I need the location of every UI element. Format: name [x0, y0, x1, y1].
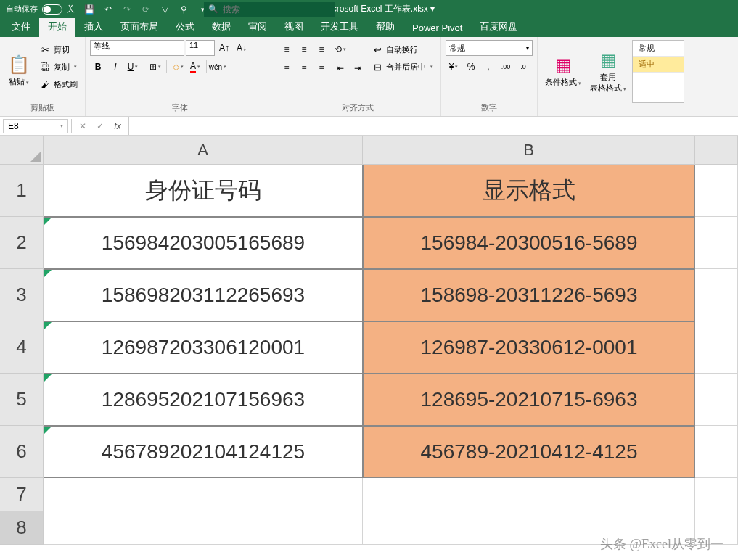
- tab-help[interactable]: 帮助: [367, 17, 403, 37]
- font-name-select[interactable]: 等线: [90, 40, 184, 56]
- cell-A1[interactable]: 身份证号码: [44, 165, 363, 217]
- save-icon[interactable]: 💾: [81, 1, 98, 17]
- percent-button[interactable]: %: [463, 59, 479, 75]
- tab-home[interactable]: 开始: [39, 17, 75, 37]
- cell-A4[interactable]: 126987203306120001: [44, 321, 363, 374]
- cell-B3[interactable]: 158698-20311226-5693: [363, 269, 695, 321]
- tab-insert[interactable]: 插入: [75, 17, 112, 37]
- table-format-button[interactable]: ▦套用 表格格式: [587, 40, 629, 103]
- select-all-corner[interactable]: [0, 136, 44, 165]
- format-painter-button[interactable]: 🖌格式刷: [36, 76, 81, 92]
- number-format-select[interactable]: 常规▾: [446, 40, 533, 56]
- sort-icon[interactable]: ⚲: [175, 1, 192, 17]
- align-center-button[interactable]: ≡: [296, 60, 312, 76]
- cancel-icon[interactable]: ✕: [75, 119, 91, 133]
- orientation-button[interactable]: ⟲: [332, 41, 348, 57]
- decrease-font-button[interactable]: A↓: [234, 40, 250, 56]
- cond-format-button[interactable]: ▦条件格式: [542, 40, 584, 103]
- cell-6[interactable]: [695, 426, 738, 478]
- align-top-button[interactable]: ≡: [279, 41, 295, 57]
- increase-font-button[interactable]: A↑: [216, 40, 232, 56]
- cell-B4[interactable]: 126987-20330612-0001: [363, 321, 695, 374]
- cell-5[interactable]: [695, 374, 738, 426]
- cell-B1[interactable]: 显示格式: [363, 165, 695, 217]
- tab-baidu[interactable]: 百度网盘: [471, 17, 526, 37]
- formula-input[interactable]: [128, 117, 738, 135]
- autosave-toggle[interactable]: 自动保存 关: [0, 4, 81, 15]
- cut-button[interactable]: ✂剪切: [36, 41, 81, 57]
- cell-B2[interactable]: 156984-20300516-5689: [363, 217, 695, 269]
- tab-review[interactable]: 审阅: [239, 17, 276, 37]
- cell-styles-gallery[interactable]: 常规 适中: [632, 40, 684, 103]
- cell-A2[interactable]: 156984203005165689: [44, 217, 363, 269]
- cell-3[interactable]: [695, 269, 738, 321]
- cell-1[interactable]: [695, 165, 738, 217]
- style-mid[interactable]: 适中: [633, 57, 684, 73]
- comma-button[interactable]: ,: [480, 59, 496, 75]
- cell-B6[interactable]: 456789-20210412-4125: [363, 426, 695, 478]
- redo-icon[interactable]: ↷: [118, 1, 136, 17]
- italic-button[interactable]: I: [107, 59, 123, 75]
- cell-A7[interactable]: [44, 478, 363, 511]
- cell-B5[interactable]: 128695-20210715-6963: [363, 374, 695, 426]
- cell-A5[interactable]: 128695202107156963: [44, 374, 363, 426]
- wrap-text-button[interactable]: ↩自动换行: [369, 41, 436, 57]
- align-left-button[interactable]: ≡: [279, 60, 295, 76]
- row-header-3[interactable]: 3: [0, 269, 44, 321]
- row-header-8[interactable]: 8: [0, 511, 44, 545]
- merge-button[interactable]: ⊟合并后居中: [369, 59, 436, 75]
- border-button[interactable]: ⊞: [147, 59, 163, 75]
- fill-color-button[interactable]: ◇: [170, 59, 186, 75]
- filter-icon[interactable]: ▽: [156, 1, 173, 17]
- enter-icon[interactable]: ✓: [92, 119, 108, 133]
- phonetic-button[interactable]: wén: [210, 59, 226, 75]
- cell-A6[interactable]: 456789202104124125: [44, 426, 363, 478]
- font-color-button[interactable]: A: [187, 59, 203, 75]
- name-box[interactable]: E8▾: [3, 119, 68, 133]
- col-header-blank[interactable]: [695, 136, 738, 165]
- cell-4[interactable]: [695, 321, 738, 374]
- tab-formulas[interactable]: 公式: [167, 17, 203, 37]
- underline-button[interactable]: U: [125, 59, 141, 75]
- group-alignment: ≡ ≡ ≡ ≡ ≡ ≡ ⟲ ⇤ ⇥ ↩自动: [274, 37, 441, 116]
- col-header-B[interactable]: B: [363, 136, 695, 165]
- autosave-state: 关: [67, 4, 75, 15]
- row-header-7[interactable]: 7: [0, 478, 44, 511]
- row-header-5[interactable]: 5: [0, 374, 44, 426]
- col-header-A[interactable]: A: [44, 136, 363, 165]
- row-header-4[interactable]: 4: [0, 321, 44, 374]
- tab-view[interactable]: 视图: [276, 17, 312, 37]
- cell-A3[interactable]: 158698203112265693: [44, 269, 363, 321]
- increase-decimal-button[interactable]: .00: [498, 59, 514, 75]
- copy-button[interactable]: ⿻复制: [36, 59, 81, 75]
- wrap-icon: ↩: [372, 44, 383, 55]
- tab-layout[interactable]: 页面布局: [112, 17, 167, 37]
- align-middle-button[interactable]: ≡: [296, 41, 312, 57]
- paste-button[interactable]: 📋 粘贴: [4, 40, 33, 101]
- decrease-indent-button[interactable]: ⇤: [332, 60, 348, 76]
- undo-icon[interactable]: ↶: [99, 1, 117, 17]
- row-header-2[interactable]: 2: [0, 217, 44, 269]
- tab-dev[interactable]: 开发工具: [312, 17, 367, 37]
- cell-B7[interactable]: [363, 478, 695, 511]
- align-bottom-button[interactable]: ≡: [313, 41, 329, 57]
- row-header-6[interactable]: 6: [0, 426, 44, 478]
- style-normal[interactable]: 常规: [633, 41, 684, 57]
- fx-button[interactable]: fx: [110, 119, 126, 133]
- cell-7[interactable]: [695, 478, 738, 511]
- touch-icon[interactable]: ⟳: [137, 1, 155, 17]
- tab-file[interactable]: 文件: [3, 17, 39, 37]
- bold-button[interactable]: B: [90, 59, 106, 75]
- tab-powerpivot[interactable]: Power Pivot: [403, 19, 471, 37]
- font-label: 字体: [90, 101, 269, 115]
- decrease-decimal-button[interactable]: .0: [515, 59, 531, 75]
- tab-data[interactable]: 数据: [203, 17, 239, 37]
- cell-2[interactable]: [695, 217, 738, 269]
- cell-A8[interactable]: [44, 511, 363, 545]
- align-right-button[interactable]: ≡: [313, 60, 329, 76]
- increase-indent-button[interactable]: ⇥: [350, 60, 366, 76]
- font-size-select[interactable]: 11: [186, 40, 215, 56]
- row-header-1[interactable]: 1: [0, 165, 44, 217]
- search-input[interactable]: [204, 2, 335, 17]
- accounting-button[interactable]: ¥: [446, 59, 462, 75]
